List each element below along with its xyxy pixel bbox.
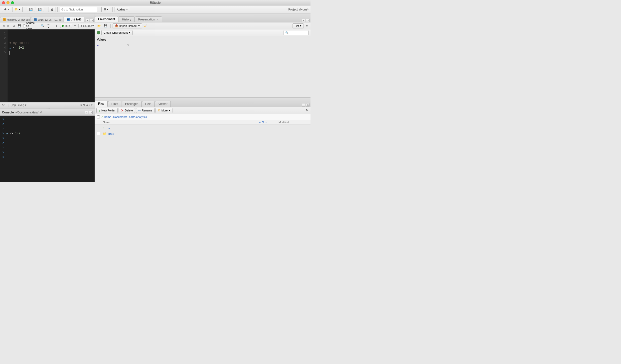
operator: <- xyxy=(11,46,18,50)
global-env-bar: Global Environment ▾ xyxy=(95,29,310,36)
breadcrumb-home[interactable]: Home xyxy=(104,115,111,118)
console-minimize-btn[interactable]: − xyxy=(85,111,88,114)
editor-minimize-btn[interactable]: − xyxy=(86,19,89,22)
breadcrumb-earth-analytics[interactable]: earth-analytics xyxy=(129,115,147,118)
context-arrow[interactable]: ▾ xyxy=(25,103,26,106)
more-button[interactable]: ⚙ More ▾ xyxy=(155,108,172,113)
tab-files[interactable]: Files xyxy=(95,101,108,107)
editor-window-controls[interactable]: − □ xyxy=(86,19,94,22)
compile-button[interactable]: ≡ xyxy=(55,24,58,28)
env-maximize-btn[interactable]: □ xyxy=(306,19,310,22)
files-refresh-button[interactable]: ↻ xyxy=(305,108,309,112)
tab-viewer[interactable]: Viewer xyxy=(155,101,170,107)
env-minimize-btn[interactable]: − xyxy=(302,19,305,22)
source-on-save-checkbox[interactable] xyxy=(23,24,25,27)
maximize-button[interactable] xyxy=(11,1,14,4)
open-file-button[interactable]: 📂 ▾ xyxy=(12,7,23,12)
forward-button[interactable]: ▷ xyxy=(6,24,10,28)
code-content[interactable]: # my script a <- 1+2 xyxy=(7,29,95,102)
tab-presentation[interactable]: Presentation ✕ xyxy=(135,16,162,22)
save-icon: 💾 xyxy=(29,8,33,11)
console-link-icon[interactable]: ⇗ xyxy=(40,111,42,114)
file-checkbox-data[interactable] xyxy=(97,132,100,135)
save-workspace-button[interactable]: 💾 xyxy=(103,24,108,28)
tab-presentation-close[interactable]: ✕ xyxy=(157,18,159,21)
addins-label: Addins xyxy=(117,8,125,11)
tab-label-untitled1: Untitled1* xyxy=(71,18,83,21)
console-line-7: > xyxy=(2,146,92,150)
files-window-controls[interactable]: − □ xyxy=(302,103,310,107)
environment-toolbar: 📂 💾 📥 Import Dataset ▾ 🧹 List ▾ ↻ xyxy=(95,22,310,29)
files-minimize-btn[interactable]: − xyxy=(302,103,305,107)
import-dataset-button[interactable]: 📥 Import Dataset ▾ xyxy=(113,23,142,28)
console-assign: <- xyxy=(8,132,15,135)
tab-untitled1[interactable]: R Untitled1* ✕ xyxy=(64,17,84,22)
breadcrumb-documents[interactable]: Documents xyxy=(113,115,127,118)
grid-view-button[interactable]: ⊞ ▾ xyxy=(101,7,110,12)
console-controls: − □ xyxy=(85,111,93,114)
run-next-button[interactable]: ⇒ xyxy=(73,24,77,28)
console-content[interactable]: > > > > a <- 1+2 > > > > > xyxy=(0,116,95,182)
save-editor-button[interactable]: 💾 xyxy=(17,24,22,28)
addins-button[interactable]: Addins ▾ xyxy=(115,7,130,12)
open-arrow: ▾ xyxy=(19,8,20,11)
addins-arrow: ▾ xyxy=(126,8,128,11)
back-button[interactable]: ◁ xyxy=(1,24,5,28)
tab-help[interactable]: Help xyxy=(142,101,155,107)
console-path: ~/Documents/data/ xyxy=(15,111,38,114)
breadcrumb-checkbox[interactable] xyxy=(97,115,100,118)
source-button[interactable]: ▶ Source ▾ xyxy=(78,24,96,28)
tab-packages[interactable]: Packages xyxy=(122,101,142,107)
titlebar: RStudio xyxy=(0,0,310,5)
rename-button[interactable]: ✏ Rename xyxy=(136,108,155,113)
save-all-button[interactable]: 💾 xyxy=(36,7,44,12)
breadcrumb-more-icon[interactable]: ··· xyxy=(306,115,309,119)
print-button[interactable]: 🖨 xyxy=(48,7,55,12)
run-button[interactable]: ▶ Run xyxy=(60,24,72,28)
rename-icon: ✏ xyxy=(138,109,141,112)
console-line-1: > xyxy=(2,117,92,122)
import-arrow: ▾ xyxy=(138,24,140,27)
new-file-button[interactable]: ⊕ ▾ xyxy=(2,7,11,12)
console-num1: 1 xyxy=(15,132,17,135)
tab-plots-label: Plots xyxy=(111,102,118,106)
code-line-4: a <- 1+2 xyxy=(9,46,93,50)
files-item-data[interactable]: data xyxy=(108,132,114,136)
env-window-controls[interactable]: − □ xyxy=(302,19,310,22)
search-button[interactable]: 🔍 xyxy=(40,24,45,28)
save-button[interactable]: 💾 xyxy=(27,7,35,12)
files-row-data: 📁 data xyxy=(95,131,310,137)
files-item-up[interactable]: .. xyxy=(108,126,110,129)
editor-maximize-btn[interactable]: □ xyxy=(90,19,94,22)
comment-text: # my script xyxy=(9,41,29,45)
delete-button[interactable]: ✕ Delete xyxy=(119,108,135,113)
tab-close-untitled1[interactable]: ✕ xyxy=(84,18,84,21)
name-col-header[interactable]: Name xyxy=(103,121,259,124)
code-editor[interactable]: 1 2 3 4 5 # my script a <- 1+2 xyxy=(0,29,95,102)
global-env-selector[interactable]: Global Environment ▾ xyxy=(101,30,133,35)
files-maximize-btn[interactable]: □ xyxy=(306,103,310,107)
traffic-lights[interactable] xyxy=(2,1,14,4)
go-to-file-input[interactable] xyxy=(60,7,97,12)
clear-workspace-button[interactable]: 🧹 xyxy=(143,24,149,28)
files-tabs-bar: Files Plots Packages Help Viewer − xyxy=(95,98,310,107)
size-col-header[interactable]: ▲ Size xyxy=(259,121,279,124)
script-arrow[interactable]: ▾ xyxy=(91,103,93,107)
close-button[interactable] xyxy=(2,1,5,4)
env-refresh-button[interactable]: ↻ xyxy=(305,24,309,28)
tab-environment[interactable]: Environment xyxy=(95,16,118,22)
list-view-button[interactable]: List ▾ xyxy=(293,23,304,28)
new-folder-button[interactable]: ↑ New Folder xyxy=(96,108,118,113)
load-workspace-button[interactable]: 📂 xyxy=(96,24,102,28)
tab-history[interactable]: History xyxy=(119,16,134,22)
source-btn-small[interactable]: ⊡ xyxy=(11,24,16,28)
env-search-input[interactable] xyxy=(284,30,309,35)
context-label: (Top Level) ▾ xyxy=(10,103,26,107)
tab-plots[interactable]: Plots xyxy=(108,101,121,107)
console-window-controls[interactable]: − □ xyxy=(85,111,93,114)
minimize-button[interactable] xyxy=(6,1,9,4)
code-tools-button[interactable]: ✏ ▾ xyxy=(46,22,51,30)
console-maximize-btn[interactable]: □ xyxy=(89,111,93,114)
line-num-4: 4 xyxy=(1,46,6,50)
modified-col-header[interactable]: Modified xyxy=(279,121,309,124)
